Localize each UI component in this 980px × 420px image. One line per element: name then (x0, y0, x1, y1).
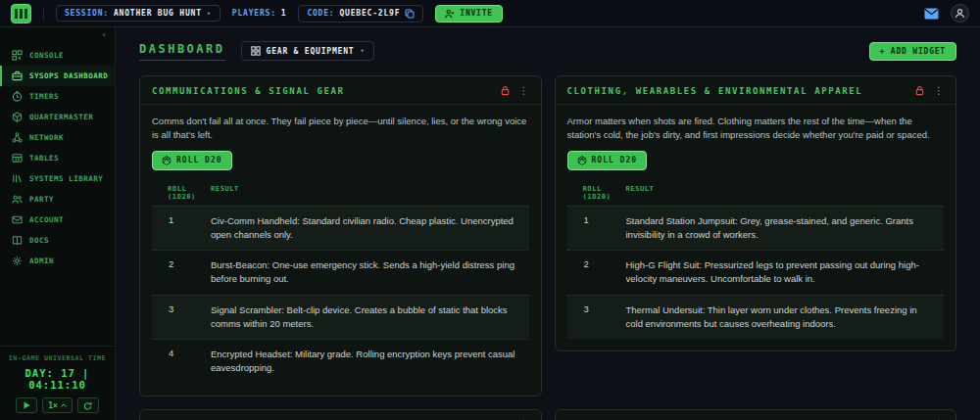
briefcase-icon (12, 70, 23, 81)
library-icon (12, 173, 23, 184)
chevron-down-icon: ▾ (207, 10, 212, 18)
d20-icon (577, 156, 587, 165)
players-value: 1 (281, 9, 287, 18)
table-row[interactable]: 4 Encrypted Headset: Military grade. Rol… (152, 339, 529, 384)
category-dropdown[interactable]: GEAR & EQUIPMENT ▾ (241, 41, 375, 61)
sidebar-item-sysops-dashboard[interactable]: SYSOPS DASHBOARD (0, 66, 115, 86)
column-header-roll: ROLL (1D20) (567, 185, 626, 201)
table-row[interactable]: 3 Signal Scrambler: Belt-clip device. Cr… (152, 295, 529, 340)
result-value: Encrypted Headset: Military grade. Rolli… (211, 340, 529, 384)
table-row[interactable]: 1 Standard Station Jumpsuit: Grey, greas… (567, 206, 945, 251)
clock-speed-value: 1× (48, 401, 58, 410)
widget-clothing-wearables-apparel: CLOTHING, WEARABLES & ENVIRONMENTAL APPA… (555, 75, 957, 351)
roll-value: 4 (152, 340, 211, 384)
sidebar-item-label: SYSOPS DASHBOARD (29, 71, 108, 80)
kebab-menu-icon[interactable]: ⋮ (519, 86, 529, 96)
lock-icon[interactable] (914, 85, 925, 96)
result-value: Thermal Undersuit: Thin layer worn under… (626, 296, 945, 340)
widget-title: CLOTHING, WEARABLES & ENVIRONMENTAL APPA… (567, 86, 915, 96)
clock-icon (12, 91, 23, 102)
roll-d20-label: ROLL D20 (176, 156, 222, 164)
app-logo[interactable] (11, 4, 31, 23)
envelope-icon (12, 214, 23, 225)
chevron-down-icon: ▾ (360, 47, 365, 55)
roll-value: 2 (152, 251, 211, 295)
result-value: Burst-Beacon: One-use emergency stick. S… (211, 251, 529, 295)
table-row[interactable]: 2 Burst-Beacon: One-use emergency stick.… (152, 250, 529, 295)
sidebar-item-label: ACCOUNT (29, 215, 64, 224)
in-game-clock: IN-GAME UNIVERSAL TIME DAY: 17 | 04:11:1… (0, 346, 115, 420)
console-icon (12, 50, 23, 61)
topbar: SESSION: ANOTHER BUG HUNT ▾ PLAYERS: 1 C… (0, 0, 980, 27)
widget-title: COMMUNICATIONS & SIGNAL GEAR (152, 86, 500, 96)
sidebar-item-tables[interactable]: TABLES (0, 148, 115, 168)
sidebar-item-label: CONSOLE (29, 51, 64, 60)
roll-table: ROLL (1D20) RESULT 1 Standard Station Ju… (567, 180, 945, 340)
clock-speed-button[interactable]: 1× (42, 397, 73, 413)
sidebar-nav: CONSOLE SYSOPS DASHBOARD TIMERS (0, 42, 115, 346)
table-icon (12, 153, 23, 163)
roll-value: 1 (567, 207, 626, 251)
clock-play-button[interactable] (16, 397, 37, 413)
roll-value: 3 (567, 296, 626, 340)
users-icon (12, 194, 23, 205)
user-avatar[interactable] (951, 4, 969, 23)
sidebar-item-label: TABLES (29, 154, 59, 163)
roll-value: 1 (152, 207, 211, 251)
sidebar-item-quartermaster[interactable]: QUARTERMASTER (0, 107, 115, 127)
sidebar-item-label: NETWORK (29, 133, 64, 142)
roll-d20-button[interactable]: ROLL D20 (567, 151, 648, 170)
user-plus-icon (445, 9, 455, 19)
sidebar-item-console[interactable]: CONSOLE (0, 45, 115, 66)
sidebar-item-label: DOCS (29, 236, 49, 245)
main-content: DASHBOARD GEAR & EQUIPMENT ▾ + ADD WIDGE… (116, 27, 980, 420)
sidebar: ‹ CONSOLE SYSOPS DASHBOARD (0, 27, 116, 420)
widget-communications-signal-gear: COMMUNICATIONS & SIGNAL GEAR ⋮ Comms don… (139, 75, 542, 397)
roll-d20-button[interactable]: ROLL D20 (152, 151, 232, 170)
sidebar-item-docs[interactable]: DOCS (0, 230, 115, 251)
roll-d20-label: ROLL D20 (592, 156, 638, 164)
table-row[interactable]: 1 Civ-Comm Handheld: Standard civilian r… (152, 206, 529, 251)
category-label: GEAR & EQUIPMENT (267, 47, 355, 56)
sidebar-collapse-icon[interactable]: ‹ (102, 30, 107, 42)
table-row[interactable]: 2 High-G Flight Suit: Pressurized legs t… (567, 250, 945, 295)
session-label: SESSION: (65, 9, 109, 18)
add-widget-button[interactable]: + ADD WIDGET (869, 42, 956, 61)
session-code[interactable]: CODE: QUEBEC-2L9F (298, 5, 423, 23)
sidebar-item-account[interactable]: ACCOUNT (0, 210, 115, 230)
d20-icon (162, 156, 172, 165)
result-value: Standard Station Jumpsuit: Grey, grease-… (626, 207, 945, 251)
widget-environmental-survival-gear: ENVIRONMENTAL SURVIVAL GEAR (EVA) ⋮ Thes… (139, 409, 542, 420)
lock-icon[interactable] (500, 85, 511, 96)
gear-icon (12, 256, 23, 266)
table-row[interactable]: 3 Thermal Undersuit: Thin layer worn und… (567, 295, 945, 340)
grid-icon (251, 46, 261, 56)
copy-icon[interactable] (405, 9, 415, 19)
players-label: PLAYERS: (232, 9, 276, 18)
sidebar-item-label: SYSTEMS LIBRARY (29, 174, 103, 183)
sidebar-item-label: QUARTERMASTER (29, 113, 93, 121)
result-value: Civ-Comm Handheld: Standard civilian rad… (211, 207, 529, 251)
kebab-menu-icon[interactable]: ⋮ (934, 86, 944, 96)
sidebar-item-admin[interactable]: ADMIN (0, 251, 115, 271)
session-selector[interactable]: SESSION: ANOTHER BUG HUNT ▾ (56, 5, 220, 22)
sidebar-item-network[interactable]: NETWORK (0, 127, 115, 148)
clock-value: DAY: 17 | 04:11:10 (4, 367, 111, 391)
mail-icon[interactable] (924, 8, 939, 20)
chevron-up-icon (61, 403, 67, 407)
sidebar-item-timers[interactable]: TIMERS (0, 86, 115, 107)
clock-reset-button[interactable] (77, 397, 99, 413)
book-icon (12, 235, 23, 246)
sidebar-item-systems-library[interactable]: SYSTEMS LIBRARY (0, 168, 115, 189)
sidebar-item-label: ADMIN (29, 257, 54, 265)
network-icon (12, 132, 23, 143)
roll-value: 2 (567, 251, 626, 295)
widget-description: Armor matters when shots are fired. Clot… (567, 115, 945, 142)
sidebar-item-party[interactable]: PARTY (0, 189, 115, 210)
package-icon (12, 112, 23, 122)
result-value: High-G Flight Suit: Pressurized legs to … (626, 251, 945, 295)
app-logo-glyph (15, 9, 27, 19)
add-widget-label: + ADD WIDGET (880, 47, 946, 56)
widget-engineering-salvage-tools: ENGINEERING & SALVAGE TOOLS ⋮ When thing… (555, 409, 957, 420)
invite-button[interactable]: INVITE (435, 5, 503, 23)
